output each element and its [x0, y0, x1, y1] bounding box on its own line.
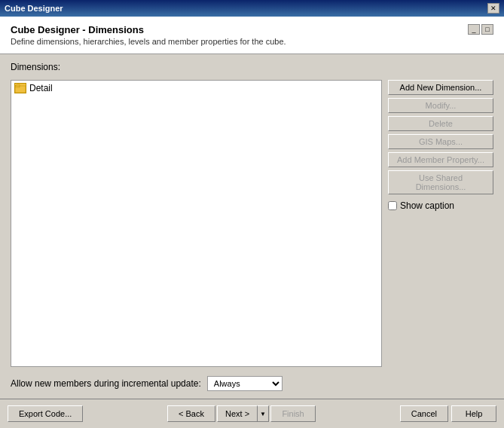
header-panel: Cube Designer - Dimensions Define dimens…: [0, 17, 504, 54]
bottom-right: Cancel Help: [400, 405, 496, 422]
svg-rect-1: [15, 86, 20, 87]
help-button[interactable]: Help: [451, 405, 496, 422]
cancel-button[interactable]: Cancel: [400, 405, 448, 422]
header-right: _ □: [468, 24, 493, 35]
incremental-label: Allow new members during incremental upd…: [11, 378, 201, 389]
header-subtitle: Define dimensions, hierarchies, levels a…: [11, 37, 460, 46]
svg-marker-2: [15, 84, 20, 86]
dimensions-label: Dimensions:: [11, 62, 493, 72]
incremental-update-row: Allow new members during incremental upd…: [11, 376, 493, 391]
main-row: Detail Add New Dimension... Modify... De…: [11, 80, 493, 367]
bottom-bar: Export Code... < Back Next > ▼ Finish Ca…: [0, 399, 504, 428]
add-new-dimension-button[interactable]: Add New Dimension...: [388, 80, 493, 95]
add-member-property-button[interactable]: Add Member Property...: [388, 152, 493, 167]
finish-button[interactable]: Finish: [270, 405, 316, 422]
title-bar-buttons: ✕: [487, 3, 499, 14]
next-group: Next > ▼: [217, 405, 269, 422]
title-bar: Cube Designer ✕: [0, 0, 504, 17]
next-dropdown-button[interactable]: ▼: [257, 405, 269, 422]
next-button[interactable]: Next >: [217, 405, 257, 422]
right-buttons: Add New Dimension... Modify... Delete GI…: [388, 80, 493, 367]
show-caption-label: Show caption: [400, 200, 454, 211]
header-text-block: Cube Designer - Dimensions Define dimens…: [11, 24, 460, 46]
maximize-icon[interactable]: □: [481, 24, 493, 35]
show-caption-checkbox[interactable]: [388, 201, 397, 210]
bottom-left: Export Code...: [8, 405, 83, 422]
delete-button[interactable]: Delete: [388, 116, 493, 131]
close-button[interactable]: ✕: [487, 3, 499, 14]
content-area: Dimensions: Detail Add New D: [0, 54, 504, 399]
modify-button[interactable]: Modify...: [388, 98, 493, 113]
header-title: Cube Designer - Dimensions: [11, 24, 460, 35]
gis-maps-button[interactable]: GIS Maps...: [388, 134, 493, 149]
dimension-item[interactable]: Detail: [13, 82, 380, 94]
folder-icon: [14, 83, 26, 93]
dialog-body: Cube Designer - Dimensions Define dimens…: [0, 17, 504, 428]
show-caption-row: Show caption: [388, 200, 493, 211]
title-bar-text: Cube Designer: [5, 4, 63, 13]
use-shared-dimensions-button[interactable]: Use Shared Dimensions...: [388, 170, 493, 194]
export-code-button[interactable]: Export Code...: [8, 405, 83, 422]
minimize-icon[interactable]: _: [468, 24, 480, 35]
dimensions-list[interactable]: Detail: [11, 80, 382, 367]
back-button[interactable]: < Back: [167, 405, 215, 422]
dimension-name: Detail: [29, 83, 53, 93]
bottom-center: < Back Next > ▼ Finish: [167, 405, 316, 422]
incremental-select[interactable]: Always Never Ask: [207, 376, 283, 391]
